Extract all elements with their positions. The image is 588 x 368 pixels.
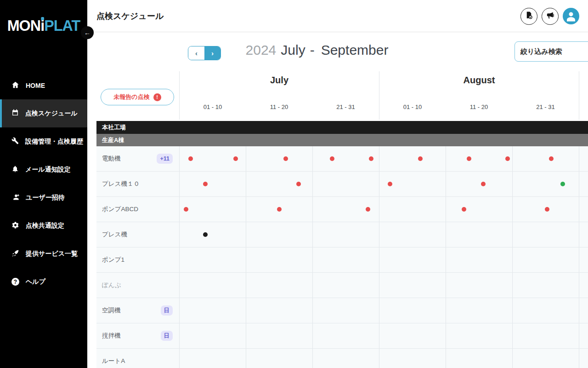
red-inspection-dot[interactable]: [467, 156, 471, 161]
sidebar-item-label: 設備管理・点検履歴: [25, 138, 83, 146]
green-inspection-dot[interactable]: [560, 182, 565, 186]
schedule-cell: [512, 197, 579, 222]
sidebar-menu: HOME 点検スケジュール 設備管理・点検履歴 メール通知設定 ユーザー招待 点…: [0, 71, 87, 296]
table-row: プレス機: [96, 222, 588, 247]
schedule-cell: [246, 323, 312, 348]
calendar-icon: [11, 109, 19, 118]
period-separator: -: [310, 42, 315, 58]
red-inspection-dot[interactable]: [184, 207, 188, 212]
month-header-august: August: [379, 71, 579, 94]
topbar-actions: [520, 0, 579, 32]
table-row: ルートA: [96, 349, 588, 368]
schedule-cell: [246, 197, 312, 222]
rocket-icon: [11, 249, 19, 259]
sidebar-item-label: 提供サービス一覧: [26, 250, 78, 258]
sidebar-item-mail-settings[interactable]: メール通知設定: [0, 155, 87, 184]
period-title: 2024July-September: [165, 42, 469, 58]
range-header: 01 - 10: [379, 94, 446, 120]
file-check-icon: [525, 11, 533, 21]
announcements-button[interactable]: [542, 8, 559, 25]
schedule-cell: [512, 273, 579, 298]
user-avatar[interactable]: [563, 8, 579, 24]
schedule-cell: [446, 298, 512, 323]
report-check-button[interactable]: [520, 8, 537, 25]
equipment-name: ポンプ1: [102, 256, 124, 264]
filter-search-button[interactable]: 絞り込み検索: [514, 41, 588, 62]
schedule-cell: [312, 197, 379, 222]
schedule-cell: [379, 222, 446, 247]
schedule-cell: [246, 172, 312, 196]
schedule-cell: [379, 146, 446, 171]
sidebar-item-label: ユーザー招待: [26, 194, 65, 202]
table-row: ポンプABCD: [96, 197, 588, 222]
schedule-cell: [246, 222, 312, 247]
table-row: ぽんぷ: [96, 273, 588, 298]
sidebar-item-common-settings[interactable]: 点検共通設定: [0, 212, 87, 240]
red-inspection-dot[interactable]: [505, 156, 510, 161]
schedule-cell: [512, 222, 579, 247]
calendar-header: July August 01 - 10 11 - 20 21 - 31 01 -…: [96, 71, 588, 120]
period-from: July: [281, 42, 305, 58]
equipment-name: 空調機: [102, 306, 121, 315]
red-inspection-dot[interactable]: [188, 156, 193, 161]
range-header: 11 - 20: [446, 94, 512, 120]
red-inspection-dot[interactable]: [366, 207, 370, 212]
red-inspection-dot[interactable]: [330, 156, 334, 161]
schedule-cell: [446, 172, 512, 196]
schedule-cell: [446, 146, 512, 171]
schedule-cell: [379, 323, 446, 348]
equipment-name: ポンプABCD: [102, 205, 138, 213]
range-header: 21 - 31: [312, 94, 379, 120]
black-inspection-dot[interactable]: [203, 232, 208, 237]
sidebar-collapse-button[interactable]: [81, 26, 94, 39]
user-plus-icon: [11, 193, 19, 202]
month-header-july: July: [179, 71, 379, 94]
schedule-cell: [446, 349, 512, 368]
sidebar-item-invite-user[interactable]: ユーザー招待: [0, 184, 87, 212]
top-bar: 点検スケジュール: [87, 0, 588, 32]
red-inspection-dot[interactable]: [283, 156, 288, 161]
schedule-cell: [512, 247, 579, 272]
megaphone-icon: [546, 11, 554, 21]
sidebar-item-home[interactable]: HOME: [0, 71, 87, 99]
equipment-badge: 日: [161, 331, 173, 341]
red-inspection-dot[interactable]: [549, 156, 554, 161]
app-logo: MONiPLAT: [2, 17, 85, 34]
table-row: 空調機日: [96, 298, 588, 323]
sidebar-item-services[interactable]: 提供サービス一覧: [0, 240, 87, 268]
red-inspection-dot[interactable]: [545, 207, 549, 212]
equipment-name: ルートA: [102, 357, 125, 365]
schedule-cell: [512, 349, 579, 368]
schedule-cell: [446, 273, 512, 298]
red-inspection-dot[interactable]: [369, 156, 373, 161]
red-inspection-dot[interactable]: [418, 156, 423, 161]
range-header: 21 - 31: [512, 94, 579, 120]
red-inspection-dot[interactable]: [462, 207, 466, 212]
page-title: 点検スケジュール: [96, 11, 164, 22]
red-inspection-dot[interactable]: [481, 182, 486, 186]
schedule-cell: [246, 298, 312, 323]
red-inspection-dot[interactable]: [203, 182, 208, 186]
sidebar-item-schedule[interactable]: 点検スケジュール: [0, 99, 87, 127]
red-inspection-dot[interactable]: [296, 182, 301, 186]
bell-icon: [11, 165, 19, 174]
gear-icon: [11, 221, 19, 230]
sidebar-item-equipment-history[interactable]: 設備管理・点検履歴: [0, 127, 87, 155]
schedule-cell: [512, 172, 579, 196]
schedule-cell: [312, 273, 379, 298]
main-content: 点検スケジュール 2024July-September 絞り込み検索 未報告の点…: [87, 0, 588, 368]
equipment-name: ぽんぷ: [102, 281, 121, 289]
sidebar-item-help[interactable]: ヘルプ: [0, 268, 87, 296]
schedule-cell: [446, 247, 512, 272]
schedule-cell: [179, 298, 246, 323]
equipment-label-cell: ぽんぷ: [96, 273, 179, 298]
schedule-cell: [312, 247, 379, 272]
red-inspection-dot[interactable]: [277, 207, 282, 212]
red-inspection-dot[interactable]: [388, 182, 392, 186]
red-inspection-dot[interactable]: [233, 156, 238, 161]
schedule-cell: [179, 247, 246, 272]
equipment-name: 電動機: [102, 155, 121, 163]
home-icon: [11, 81, 19, 90]
schedule-cell: [446, 323, 512, 348]
schedule-cell: [179, 349, 246, 368]
